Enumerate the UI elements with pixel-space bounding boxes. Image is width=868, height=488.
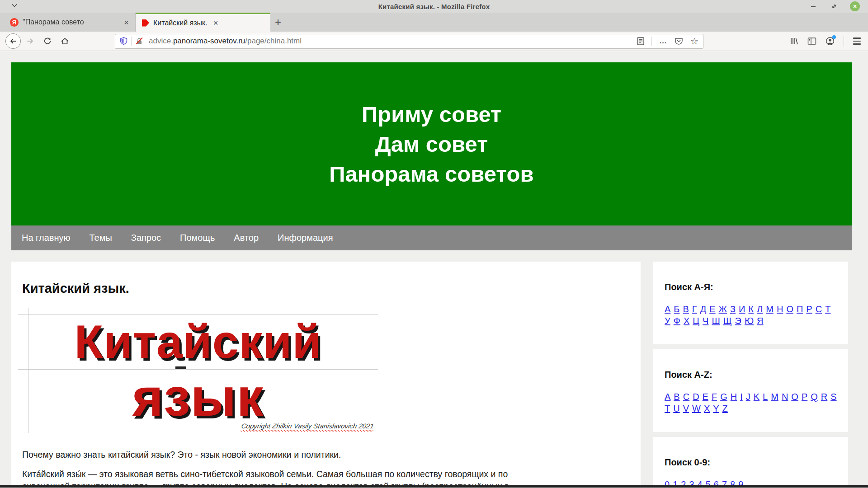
site-menu: На главнуюТемыЗапросПомощьАвторИнформаци… bbox=[11, 225, 852, 250]
window-controls: × bbox=[808, 0, 860, 13]
search-block-cyrillic: Поиск А-Я: АБВГДЕЖЗИКЛМНОПРСТУФХЦЧШЩЭЮЯ bbox=[653, 262, 848, 344]
letter-link[interactable]: И bbox=[739, 304, 745, 314]
letter-link[interactable]: Щ bbox=[723, 316, 732, 326]
hero-word-1: Китайский bbox=[75, 315, 322, 369]
letter-link[interactable]: V bbox=[683, 404, 689, 414]
letter-link[interactable]: F bbox=[712, 392, 717, 402]
pocket-icon[interactable] bbox=[675, 37, 683, 45]
letter-link[interactable]: Л bbox=[757, 304, 763, 314]
url-path: /page/china.html bbox=[245, 37, 302, 45]
letter-link[interactable]: Я bbox=[757, 316, 763, 326]
letter-link[interactable]: C bbox=[683, 392, 689, 402]
letter-link[interactable]: Н bbox=[777, 304, 783, 314]
letter-link[interactable]: М bbox=[766, 304, 774, 314]
letter-link[interactable]: Е bbox=[709, 304, 715, 314]
new-tab-button[interactable]: + bbox=[270, 13, 286, 32]
letter-link[interactable]: L bbox=[763, 392, 768, 402]
letter-link[interactable]: Б bbox=[674, 304, 679, 314]
tab-title: Китайский язык. bbox=[153, 19, 208, 27]
letter-link[interactable]: У bbox=[665, 316, 670, 326]
menu-item[interactable]: Информация bbox=[278, 233, 333, 243]
close-button[interactable]: × bbox=[850, 1, 860, 11]
letter-link[interactable]: W bbox=[692, 404, 701, 414]
letter-link[interactable]: Р bbox=[806, 304, 812, 314]
menu-hamburger-icon[interactable] bbox=[853, 38, 861, 44]
firefox-account-button[interactable] bbox=[826, 37, 835, 46]
letter-link[interactable]: Ж bbox=[719, 304, 727, 314]
letter-link[interactable]: M bbox=[771, 392, 778, 402]
divider bbox=[651, 37, 652, 46]
home-button[interactable] bbox=[56, 33, 73, 49]
letter-link[interactable]: J bbox=[746, 392, 750, 402]
page-actions-icon[interactable]: … bbox=[659, 37, 667, 46]
letter-link[interactable]: A bbox=[665, 392, 670, 402]
letter-link[interactable]: Ш bbox=[712, 316, 720, 326]
menu-item[interactable]: Автор bbox=[234, 233, 259, 243]
letter-link[interactable]: Д bbox=[700, 304, 707, 314]
letter-link[interactable]: Ц bbox=[693, 316, 699, 326]
forward-button[interactable] bbox=[22, 33, 39, 49]
letter-link[interactable]: Q bbox=[811, 392, 818, 402]
library-icon[interactable] bbox=[789, 37, 798, 46]
menu-item[interactable]: На главную bbox=[22, 233, 70, 243]
letter-link[interactable]: X bbox=[704, 404, 710, 414]
menu-item[interactable]: Помощь bbox=[180, 233, 215, 243]
reader-view-icon[interactable] bbox=[637, 37, 644, 45]
letter-link[interactable]: К bbox=[748, 304, 754, 314]
menu-item[interactable]: Темы bbox=[89, 233, 112, 243]
tab-panorama-sovetov[interactable]: Я "Панорама совето × bbox=[4, 13, 136, 32]
letter-link[interactable]: K bbox=[754, 392, 760, 402]
banner-line: Приму совет bbox=[362, 99, 501, 129]
yandex-favicon-icon: Я bbox=[10, 18, 19, 27]
image-artifact bbox=[175, 366, 186, 369]
letter-link[interactable]: Z bbox=[722, 404, 728, 414]
letter-link[interactable]: G bbox=[720, 392, 727, 402]
back-button[interactable] bbox=[5, 33, 22, 49]
url-bar[interactable]: advice.panorama-sovetov.ru/page/china.ht… bbox=[115, 34, 703, 49]
letter-link[interactable]: Ф bbox=[674, 316, 680, 326]
tab-close-icon[interactable]: × bbox=[122, 18, 131, 27]
letter-link[interactable]: С bbox=[816, 304, 822, 314]
letter-link[interactable]: I bbox=[740, 392, 743, 402]
letter-link[interactable]: Х bbox=[684, 316, 689, 326]
bookmark-star-icon[interactable]: ☆ bbox=[690, 36, 698, 47]
letter-link[interactable]: T bbox=[665, 404, 670, 414]
letter-link[interactable]: S bbox=[830, 392, 836, 402]
reload-button[interactable] bbox=[39, 33, 56, 49]
tab-chinese-language[interactable]: Китайский язык. × bbox=[136, 13, 270, 32]
letter-link[interactable]: Г bbox=[692, 304, 697, 314]
divider bbox=[844, 36, 844, 47]
minimize-button[interactable] bbox=[808, 1, 818, 11]
chevron-down-icon[interactable] bbox=[12, 4, 17, 7]
letter-link[interactable]: U bbox=[673, 404, 679, 414]
letter-link[interactable]: П bbox=[797, 304, 803, 314]
sidebar-toggle-icon[interactable] bbox=[807, 37, 816, 45]
tracking-protection-shield-icon[interactable] bbox=[120, 37, 127, 46]
letter-link[interactable]: Ч bbox=[703, 316, 708, 326]
letter-link[interactable]: P bbox=[802, 392, 807, 402]
search-block-latin: Поиск A-Z: ABCDEFGHIJKLMNOPQRSTUVWXYZ bbox=[653, 349, 848, 432]
hero-word-2: язык bbox=[132, 366, 264, 428]
letter-link[interactable]: Э bbox=[735, 316, 741, 326]
letter-link[interactable]: O bbox=[791, 392, 798, 402]
letter-link[interactable]: B bbox=[674, 392, 679, 402]
letter-link[interactable]: Y bbox=[713, 404, 719, 414]
letter-link[interactable]: H bbox=[731, 392, 737, 402]
letter-link[interactable]: Т bbox=[825, 304, 830, 314]
notification-dot bbox=[832, 35, 836, 39]
menu-item[interactable]: Запрос bbox=[131, 233, 161, 243]
letter-link[interactable]: О bbox=[786, 304, 793, 314]
letter-link[interactable]: N bbox=[782, 392, 788, 402]
letter-link[interactable]: D bbox=[693, 392, 699, 402]
copyright-signature: Copyright Zhilkin Vasily Stanislavovich … bbox=[241, 422, 374, 430]
letter-link[interactable]: А bbox=[665, 304, 670, 314]
letter-link[interactable]: З bbox=[730, 304, 736, 314]
letter-link[interactable]: Ю bbox=[745, 316, 754, 326]
letter-link[interactable]: В bbox=[683, 304, 689, 314]
hero-row: Китайский bbox=[22, 314, 374, 369]
letter-link[interactable]: E bbox=[703, 392, 708, 402]
letter-link[interactable]: R bbox=[821, 392, 827, 402]
insecure-lock-icon[interactable] bbox=[135, 37, 143, 45]
maximize-button[interactable] bbox=[829, 1, 839, 11]
tab-close-icon[interactable]: × bbox=[212, 19, 220, 27]
